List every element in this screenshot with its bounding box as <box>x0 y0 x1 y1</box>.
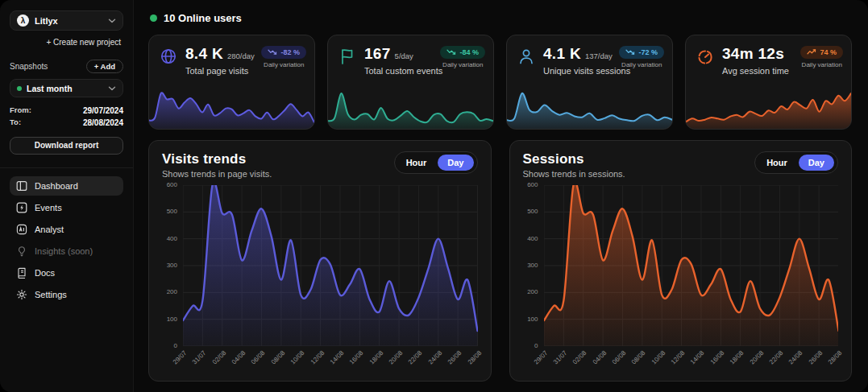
stat-label: Total page visits <box>185 66 255 76</box>
stat-label: Avg session time <box>722 66 789 76</box>
sidebar-item-analyst[interactable]: Analyst <box>10 220 123 239</box>
x-axis-labels: 29/0731/0702/0804/0806/0808/0810/0812/08… <box>183 346 478 375</box>
daily-variation-label: Daily variation <box>619 61 664 68</box>
snapshot-selector[interactable]: Last month <box>10 79 123 97</box>
y-axis-tick: 400 <box>167 235 177 242</box>
y-axis-tick: 500 <box>527 208 538 215</box>
y-axis-tick: 500 <box>167 208 177 215</box>
y-axis-labels: 0100200300400500600 <box>162 185 183 346</box>
sidebar-item-label: Insights (soon) <box>35 246 93 256</box>
sidebar-item-label: Docs <box>35 268 55 278</box>
events-icon <box>16 202 27 213</box>
stat-rate: 5/day <box>395 52 413 60</box>
trending-up-icon <box>807 48 816 56</box>
day-button[interactable]: Day <box>799 155 834 171</box>
stat-value: 8.4 K <box>185 45 223 63</box>
sidebar-nav: DashboardEventsAnalystInsights (soon)Doc… <box>10 176 123 307</box>
chart-subtitle: Shows trends in page visits. <box>162 169 272 179</box>
main-content: 10 Online users 8.4 K 280/day Total page… <box>134 0 868 392</box>
flag-icon <box>338 47 357 66</box>
hour-button[interactable]: Hour <box>758 155 795 171</box>
sidebar-item-settings[interactable]: Settings <box>10 285 123 304</box>
snapshots-label: Snapshots <box>10 62 48 71</box>
stat-value: 167 <box>364 45 391 63</box>
sidebar-item-docs[interactable]: Docs <box>10 263 123 283</box>
snapshot-selected-label: Last month <box>27 84 103 93</box>
hour-button[interactable]: Hour <box>398 155 435 171</box>
chevron-down-icon <box>108 86 116 91</box>
sparkline-chart <box>686 87 851 129</box>
sidebar-item-insights-soon: Insights (soon) <box>10 241 123 261</box>
sessions-chart-card: Sessions Shows trends in sessions. Hour … <box>509 140 853 382</box>
to-value: 28/08/2024 <box>83 117 123 129</box>
snapshot-status-dot <box>17 86 22 91</box>
globe-icon <box>159 47 178 66</box>
area-chart <box>544 185 839 346</box>
daily-variation-label: Daily variation <box>440 61 485 68</box>
chevron-down-icon <box>108 19 116 23</box>
online-users-row: 10 Online users <box>150 12 852 24</box>
y-axis-tick: 0 <box>534 342 538 349</box>
stat-rate: 137/day <box>585 52 613 60</box>
trending-down-icon <box>625 48 635 56</box>
stat-value: 34m 12s <box>722 45 784 63</box>
download-report-button[interactable]: Download report <box>10 137 123 155</box>
stat-card-unique-visits-sessions: 4.1 K 137/day Unique visits sessions -72… <box>506 35 673 130</box>
stat-value: 4.1 K <box>543 45 581 63</box>
stat-cards-row: 8.4 K 280/day Total page visits -82 % Da… <box>148 35 852 130</box>
y-axis-tick: 300 <box>527 262 538 269</box>
y-axis-tick: 400 <box>527 235 538 242</box>
daily-variation-badge: -82 % <box>261 46 306 59</box>
sidebar-item-label: Dashboard <box>35 181 78 191</box>
y-axis-labels: 0100200300400500600 <box>523 185 544 346</box>
timer-icon <box>696 47 715 66</box>
sidebar-item-label: Analyst <box>35 225 64 234</box>
litlyx-logo-icon: λ <box>17 14 29 27</box>
stat-card-avg-session-time: 34m 12s Avg session time 74 % Daily vari… <box>685 35 852 130</box>
sidebar: λ Litlyx + Create new project Snapshots … <box>0 0 134 392</box>
area-chart <box>183 185 478 346</box>
project-name: Litlyx <box>35 16 102 26</box>
from-label: From: <box>10 105 31 117</box>
insights-icon <box>16 246 27 257</box>
daily-variation-badge: 74 % <box>800 46 843 59</box>
chart-subtitle: Shows trends in sessions. <box>523 169 625 179</box>
user-icon <box>517 47 536 66</box>
daily-variation-badge: -72 % <box>619 46 664 59</box>
stat-card-total-custom-events: 167 5/day Total custom events -84 % Dail… <box>327 35 494 130</box>
y-axis-tick: 200 <box>167 288 177 295</box>
daily-variation-badge: -84 % <box>440 46 485 59</box>
sparkline-chart <box>507 87 672 129</box>
dashboard-icon <box>16 180 27 192</box>
project-selector[interactable]: λ Litlyx <box>10 10 123 31</box>
day-button[interactable]: Day <box>438 155 473 171</box>
stat-label: Unique visits sessions <box>543 66 630 76</box>
trending-down-icon <box>268 48 277 56</box>
trending-down-icon <box>446 48 456 56</box>
daily-variation-label: Daily variation <box>261 61 306 68</box>
analyst-icon <box>16 224 27 235</box>
y-axis-tick: 0 <box>174 342 177 349</box>
x-axis-labels: 29/0731/0702/0804/0806/0808/0810/0812/08… <box>544 346 839 375</box>
y-axis-tick: 200 <box>527 288 538 295</box>
y-axis-tick: 300 <box>167 262 177 269</box>
charts-row: Visits trends Shows trends in page visit… <box>148 140 852 382</box>
chart-title: Visits trends <box>162 151 272 167</box>
add-snapshot-button[interactable]: + Add <box>86 60 123 73</box>
hour-day-toggle: Hour Day <box>754 151 838 174</box>
stat-card-total-page-visits: 8.4 K 280/day Total page visits -82 % Da… <box>148 35 315 130</box>
online-users-count: 10 Online users <box>164 12 242 24</box>
sidebar-item-dashboard[interactable]: Dashboard <box>10 176 123 196</box>
sidebar-item-label: Events <box>35 203 62 213</box>
sidebar-item-label: Settings <box>35 290 67 299</box>
hour-day-toggle: Hour Day <box>394 151 478 174</box>
create-new-project-link[interactable]: + Create new project <box>12 38 121 47</box>
sidebar-item-events[interactable]: Events <box>10 198 123 217</box>
sparkline-chart <box>149 87 314 129</box>
visits-trends-chart-card: Visits trends Shows trends in page visit… <box>148 140 492 382</box>
stat-label: Total custom events <box>364 66 442 76</box>
y-axis-tick: 100 <box>527 316 538 323</box>
sidebar-divider <box>0 167 133 168</box>
y-axis-tick: 600 <box>167 181 177 188</box>
to-label: To: <box>10 117 21 129</box>
